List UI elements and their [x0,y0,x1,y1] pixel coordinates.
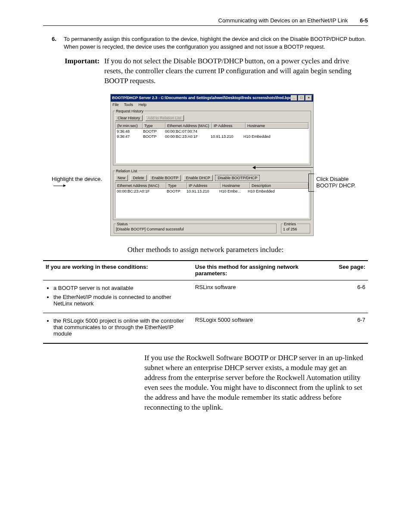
caption: Other methods to assign network paramete… [43,246,368,254]
cond-bullet: the EtherNet/IP module is connected to a… [53,294,190,307]
header-page-number: 6-5 [360,17,368,24]
col-time: (hr:min:sec) [115,123,143,129]
relation-list-group: Relation List New Delete Enable BOOTP En… [113,169,311,220]
clear-history-button[interactable]: Clear History [115,115,143,121]
close-icon[interactable]: × [305,95,312,101]
col-ip: IP Address [187,183,221,189]
col-host: Hostname [221,183,250,189]
request-history-group: Request History Clear History Add to Rel… [113,109,311,165]
col-page: See page: [319,261,368,280]
status-group: Status [Disable BOOTP] Command successfu… [114,222,277,233]
window-title: BOOTP/DHCP Server 2.3 - C:\Documents and… [112,96,291,100]
callout-left: Highlight the device. [52,94,108,189]
menu-help[interactable]: Help [138,103,146,107]
cond-bullet: the RSLogix 5000 project is online with … [53,317,190,337]
step-6: 6. To permanently assign this configurat… [52,35,368,50]
callout-right-text: Click Disable BOOTP/ DHCP. [316,176,356,189]
method-cell: RSLinx software [193,280,319,313]
request-history-list[interactable]: (hr:min:sec) Type Ethernet Address (MAC)… [115,122,309,163]
enable-dhcp-button[interactable]: Enable DHCP [184,175,213,181]
method-cell: RSLogix 5000 software [193,313,319,343]
bracket-icon [308,174,314,192]
page-cell: 6-6 [319,280,368,313]
list-row[interactable]: 00:00:BC:23:A0:1F BOOTP 10.91.13.210 H10… [115,189,308,194]
callout-left-text: Highlight the device. [52,176,102,182]
col-conditions: If you are working in these conditions: [43,261,193,280]
col-mac: Ethernet Address (MAC) [115,183,166,189]
important-note: Important: If you do not select the Disa… [65,56,368,86]
closing-paragraph: If you use the Rockwell Software BOOTP o… [144,353,368,413]
bootp-dhcp-window: BOOTP/DHCP Server 2.3 - C:\Documents and… [110,94,314,236]
entries-group: Entries 1 of 256 [281,222,310,233]
entries-text: 1 of 256 [283,227,297,231]
disable-bootp-dhcp-button[interactable]: Disable BOOTP/DHCP [215,175,260,181]
new-button[interactable]: New [115,175,128,181]
important-text: If you do not select the Disable BOOTP/D… [104,56,368,86]
col-ip: IP Address [212,123,246,129]
important-label: Important: [65,56,104,86]
page-header: Communicating with Devices on an EtherNe… [43,17,368,26]
window-titlebar: BOOTP/DHCP Server 2.3 - C:\Documents and… [111,94,313,102]
arrow-right-icon [53,186,65,186]
methods-table: If you are working in these conditions: … [43,260,368,344]
enable-bootp-button[interactable]: Enable BOOTP [149,175,181,181]
col-mac: Ethernet Address (MAC) [165,123,212,129]
step-text: To permanently assign this configuration… [64,35,368,50]
arrow-left-icon [253,167,313,168]
table-row: a BOOTP server is not available the Ethe… [43,280,368,313]
callout-right: Click Disable BOOTP/ DHCP. [316,94,359,189]
status-legend: Status [116,222,129,226]
menu-file[interactable]: File [112,103,119,107]
menu-bar: File Tools Help [111,102,313,108]
entries-legend: Entries [283,222,297,226]
col-method: Use this method for assigning network pa… [193,261,319,280]
cond-bullet: a BOOTP server is not available [53,285,190,291]
step-number: 6. [52,35,64,50]
delete-button[interactable]: Delete [131,175,147,181]
add-to-relation-button[interactable]: Add to Relation List [145,115,184,121]
relation-list-legend: Relation List [115,169,138,173]
table-row: the RSLogix 5000 project is online with … [43,313,368,343]
maximize-icon[interactable]: □ [298,95,305,101]
relation-list[interactable]: Ethernet Address (MAC) Type IP Address H… [115,182,309,218]
menu-tools[interactable]: Tools [124,103,133,107]
col-type: Type [143,123,165,129]
header-title: Communicating with Devices on an EtherNe… [218,17,348,24]
col-desc: Description [250,183,308,189]
status-text: [Disable BOOTP] Command successful [116,227,184,231]
page-cell: 6-7 [319,313,368,343]
list-row[interactable]: 9:36:48 BOOTP 00:00:BC:07:00:74 [115,129,308,134]
minimize-icon[interactable]: _ [291,95,297,101]
col-type: Type [166,183,187,189]
list-row[interactable]: 9:36:47 BOOTP 00:00:BC:23:A0:1F 10.91.13… [115,134,308,139]
request-history-legend: Request History [115,109,144,113]
col-host: Hostname [246,123,308,129]
